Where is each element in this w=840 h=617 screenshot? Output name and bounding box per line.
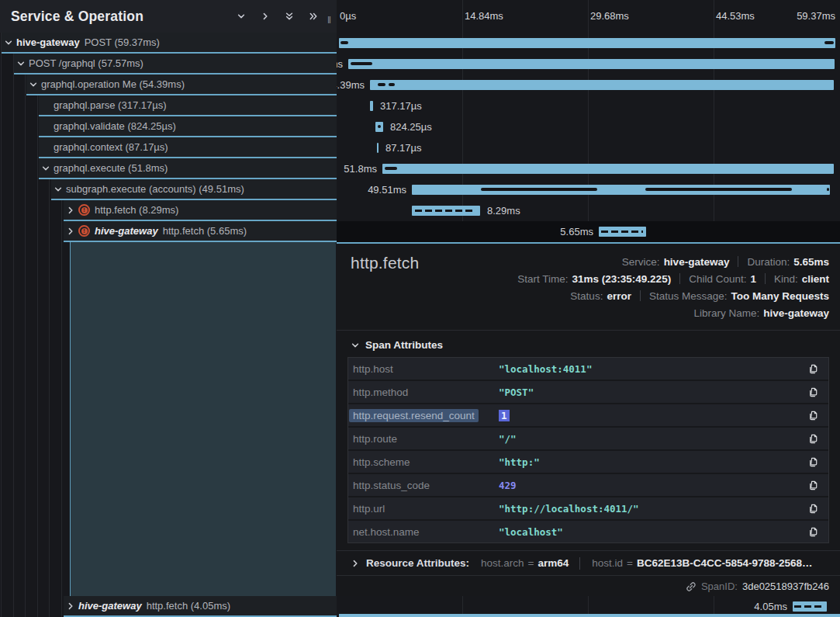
span-duration-bar[interactable] [377,143,379,153]
span-meta-line: Start Time:31ms (23:35:49.225)Child Coun… [517,270,829,287]
chevron-down-icon[interactable] [29,80,38,89]
double-chevron-down-icon[interactable] [285,12,294,21]
span-service-name: hive-gateway [78,600,142,612]
tree-controls [237,12,318,21]
span-operation-label: http.fetch (5.65ms) [163,225,247,237]
attribute-key: http.status_code [353,480,499,491]
tree-row-graphql.context[interactable]: graphql.context (87.17µs) [39,137,337,158]
attribute-key: http.scheme [353,456,499,468]
span-operation-label: graphql.execute (51.8ms) [54,162,168,174]
copy-icon[interactable] [807,480,819,491]
span-duration-bar[interactable] [348,59,835,69]
span-duration-bar[interactable] [370,101,373,111]
chevron-down-icon[interactable] [16,59,26,68]
resource-attributes-row[interactable]: Resource Attributes: host.arch=arm64host… [337,550,840,576]
meta-separator [738,256,738,267]
attribute-value-text: "/" [499,433,517,445]
chevron-down-icon[interactable] [41,164,50,173]
chevron-down-icon [351,341,360,350]
meta-value: 31ms (23:35:49.225) [572,273,672,285]
attribute-key-text: http.host [353,363,393,375]
span-operation-label: graphql.context (87.17µs) [54,141,168,153]
attribute-row: http.scheme"http:" [348,451,828,474]
resource-equals: = [627,557,633,569]
bar-duration-label: 317.17µs [380,100,422,112]
span-duration-bar[interactable] [382,164,834,174]
attribute-value-text: "localhost" [499,526,563,538]
tree-row-graphql.operation[interactable]: graphql.operation Me (54.39ms) [26,75,337,95]
chevron-right-icon[interactable] [66,206,75,215]
copy-icon[interactable] [807,433,819,445]
copy-icon[interactable] [807,456,819,468]
attribute-key: http.method [353,386,499,398]
pane-resize-handle[interactable]: ‖ [327,15,332,26]
span-operation-label: subgraph.execute (accounts) (49.51ms) [66,183,244,195]
tree-row-graphql.parse[interactable]: graphql.parse (317.17µs) [39,95,337,116]
child-span-marks [601,231,643,233]
attribute-row: http.host"localhost:4011" [348,358,828,381]
attribute-key: http.request.resend_count [353,410,499,421]
span-duration-bar[interactable] [339,38,835,48]
timeline-row: 51.8ms [337,158,840,179]
span-attributes-table: http.host"localhost:4011"http.method"POS… [347,357,829,543]
tree-row-graphql.validate[interactable]: graphql.validate (824.25µs) [39,116,337,137]
chevron-right-icon[interactable] [66,601,75,611]
timeline-row: 57.57ms [337,54,840,75]
span-operation-label: http.fetch (8.29ms) [95,204,178,216]
span-operation-label: POST /graphql (57.57ms) [29,57,143,69]
span-id-label: SpanID: [701,581,738,592]
timeline-rows: 59.37ms57.57ms54.39ms317.17µs824.25µs87.… [337,33,840,242]
span-duration-bar[interactable] [412,185,830,195]
span-detail-header: http.fetch Service:hive-gatewayDuration:… [337,244,840,321]
span-detail-panel: http.fetch Service:hive-gatewayDuration:… [337,242,840,596]
child-span-mark [378,125,381,128]
tree-row-http.fetch[interactable]: hive-gatewayhttp.fetch (4.05ms) [64,596,337,617]
bar-duration-label: 8.29ms [487,205,520,217]
copy-icon[interactable] [807,526,819,538]
chevron-right-icon[interactable] [66,227,75,236]
attribute-value-text: 429 [499,480,517,491]
error-icon: ! [78,204,90,216]
chevron-down-icon[interactable] [54,185,63,194]
tree-row-http.fetch[interactable]: !hive-gatewayhttp.fetch (5.65ms) [64,221,337,242]
tree-row-POST[interactable]: hive-gatewayPOST (59.37ms) [2,33,337,54]
attribute-value: 1 [499,410,807,421]
tree-row-http.fetch[interactable]: !http.fetch (8.29ms) [64,200,337,221]
bar-duration-label: 5.65ms [560,226,593,237]
link-icon[interactable] [686,581,697,592]
error-icon: ! [78,225,90,237]
span-duration-bar[interactable] [370,80,834,90]
span-duration-bar[interactable] [793,601,827,612]
chevron-right-icon[interactable] [261,12,270,21]
meta-value: 1 [750,273,756,285]
meta-value: error [607,290,631,302]
timeline-row: 54.39ms [337,75,840,95]
attribute-key: http.url [353,503,499,515]
span-duration-bar[interactable] [599,227,646,237]
span-attributes-section-header[interactable]: Span Attributes [337,331,840,357]
tree-row-POST[interactable]: POST /graphql (57.57ms) [14,54,337,75]
span-meta-line: Library Name:hive-gateway [693,304,829,321]
tree-row-subgraph.execute[interactable]: subgraph.execute (accounts) (49.51ms) [51,179,337,200]
timeline-tick: 59.37ms [797,10,835,22]
chevron-down-icon[interactable] [237,12,246,21]
span-duration-bar[interactable] [375,122,383,132]
attribute-value: "localhost:4011" [499,363,807,375]
double-chevron-right-icon[interactable] [309,12,318,21]
attribute-key-text: net.host.name [353,526,420,538]
copy-icon[interactable] [807,410,819,421]
copy-icon[interactable] [807,386,819,398]
copy-icon[interactable] [807,363,819,375]
child-span-mark [378,83,385,86]
chevron-down-icon[interactable] [4,38,13,47]
copy-icon[interactable] [807,503,819,515]
child-span-mark [385,167,397,170]
child-span-mark [340,41,348,44]
tree-row-graphql.execute[interactable]: graphql.execute (51.8ms) [39,158,337,179]
meta-label: Service: [622,256,660,268]
attribute-row: http.request.resend_count1 [348,404,828,428]
span-duration-bar[interactable] [412,206,480,216]
meta-label: Status Message: [649,290,728,302]
trace-viewer: Service & Operation ‖ hive-gatewayPOST (… [0,0,840,617]
attribute-value: "http:" [499,456,807,468]
